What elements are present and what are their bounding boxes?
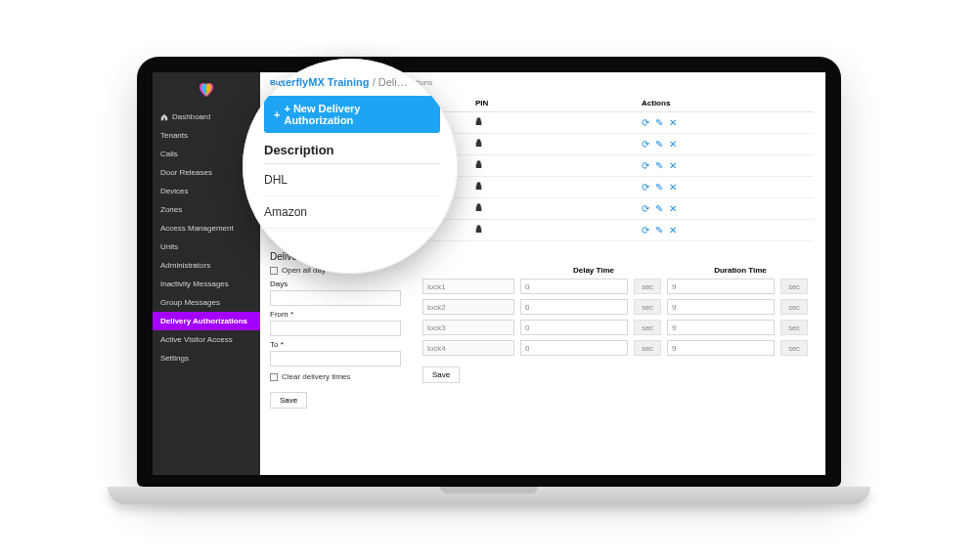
lock-name-cell: lock1	[422, 279, 514, 294]
lock-row: lock2 0 sec 9 sec	[422, 299, 814, 315]
delivery-times-form: Open all day Days From * To * Clear deli…	[270, 266, 401, 409]
sidebar-item-tenants[interactable]: Tenants	[153, 126, 260, 145]
sec-label: sec	[634, 320, 661, 335]
lock-icon	[475, 203, 482, 212]
refresh-icon[interactable]: ⟳	[642, 140, 649, 150]
laptop-base	[108, 487, 870, 504]
delay-input[interactable]: 0	[520, 340, 628, 356]
locks-panel: Delay Time Duration Time lock1 0 sec 9 s…	[422, 266, 814, 409]
sidebar-item-label: Door Releases	[160, 168, 212, 177]
save-locks-button[interactable]: Save	[422, 366, 460, 383]
th-pin: PIN	[475, 99, 642, 108]
refresh-icon[interactable]: ⟳	[642, 204, 649, 214]
refresh-icon[interactable]: ⟳	[642, 226, 649, 236]
delete-icon[interactable]: ✕	[669, 140, 677, 150]
sec-label: sec	[634, 279, 661, 294]
sec-label: sec	[780, 279, 808, 294]
sidebar-item-label: Tenants	[160, 131, 188, 140]
duration-time-header: Duration Time	[667, 266, 814, 275]
clear-delivery-times-checkbox[interactable]	[270, 373, 278, 381]
from-input[interactable]	[270, 321, 401, 336]
lock-icon	[475, 160, 482, 169]
laptop-frame: Dashboard Tenants Calls Door Releases De…	[137, 57, 841, 516]
sidebar-item-label: Zones	[160, 205, 182, 214]
duration-input[interactable]: 9	[667, 299, 775, 315]
to-input[interactable]	[270, 351, 401, 366]
screen-bezel: Dashboard Tenants Calls Door Releases De…	[137, 57, 841, 487]
save-delivery-times-button[interactable]: Save	[270, 392, 307, 409]
sidebar-item-label: Calls	[160, 150, 178, 158]
refresh-icon[interactable]: ⟳	[642, 183, 649, 193]
delete-icon[interactable]: ✕	[669, 183, 677, 193]
days-input[interactable]	[270, 290, 401, 306]
sidebar-item-units[interactable]: Units	[153, 237, 260, 256]
delay-time-header: Delay Time	[520, 266, 667, 275]
sidebar-item-inactivity-messages[interactable]: Inactivity Messages	[153, 275, 260, 293]
sidebar-item-label: Group Messages	[160, 298, 220, 307]
sidebar-item-label: Units	[160, 242, 178, 251]
sidebar-item-settings[interactable]: Settings	[153, 349, 260, 367]
sec-label: sec	[634, 340, 661, 356]
sidebar-item-zones[interactable]: Zones	[153, 200, 260, 219]
trackpad-notch	[440, 487, 538, 494]
edit-icon[interactable]: ✎	[655, 118, 663, 128]
days-label: Days	[270, 280, 401, 288]
edit-icon[interactable]: ✎	[655, 226, 663, 236]
edit-icon[interactable]: ✎	[655, 183, 663, 193]
delete-icon[interactable]: ✕	[669, 161, 677, 171]
logo-icon	[198, 82, 215, 100]
sidebar-item-label: Settings	[160, 354, 189, 363]
sidebar-item-label: Devices	[160, 187, 188, 195]
delay-input[interactable]: 0	[520, 320, 628, 335]
duration-input[interactable]: 9	[667, 279, 775, 294]
refresh-icon[interactable]: ⟳	[642, 161, 649, 171]
lock-icon	[475, 225, 482, 234]
sidebar-item-administrators[interactable]: Administrators	[153, 256, 260, 275]
sidebar-item-dashboard[interactable]: Dashboard	[153, 108, 260, 126]
sec-label: sec	[780, 340, 808, 356]
lock-name-cell: lock3	[422, 320, 514, 335]
sidebar-item-label: Delivery Authorizations	[160, 317, 247, 325]
delay-input[interactable]: 0	[520, 279, 628, 294]
duration-input[interactable]: 9	[667, 340, 775, 356]
sec-label: sec	[634, 299, 661, 315]
delete-icon[interactable]: ✕	[669, 204, 677, 214]
lock-icon	[475, 117, 482, 126]
refresh-icon[interactable]: ⟳	[642, 118, 649, 128]
sidebar-item-label: Active Visitor Access	[160, 335, 233, 344]
clear-delivery-times-label: Clear delivery times	[282, 372, 350, 381]
magnifier-overlay: ButterflyMX Training / Deli… + + New Del…	[243, 59, 458, 274]
sidebar-item-label: Administrators	[160, 261, 210, 270]
magnifier-row: Amazon	[264, 196, 440, 229]
edit-icon[interactable]: ✎	[655, 161, 663, 171]
edit-icon[interactable]: ✎	[655, 204, 663, 214]
sidebar-item-label: Access Management	[160, 224, 234, 233]
lock-name-cell: lock4	[422, 340, 514, 356]
sec-label: sec	[780, 320, 808, 335]
sidebar-item-label: Inactivity Messages	[160, 280, 229, 288]
sidebar-item-active-visitor-access[interactable]: Active Visitor Access	[153, 330, 260, 349]
sidebar: Dashboard Tenants Calls Door Releases De…	[153, 72, 260, 475]
sidebar-item-access-management[interactable]: Access Management	[153, 219, 260, 237]
lock-row: lock1 0 sec 9 sec	[422, 279, 814, 294]
open-all-day-checkbox[interactable]	[270, 267, 278, 275]
delete-icon[interactable]: ✕	[669, 118, 677, 128]
sec-label: sec	[780, 299, 808, 315]
new-delivery-authorization-label: + New Delivery Authorization	[284, 103, 430, 126]
sidebar-item-label: Dashboard	[172, 112, 210, 121]
plus-icon: +	[274, 108, 280, 120]
edit-icon[interactable]: ✎	[655, 140, 663, 150]
delete-icon[interactable]: ✕	[669, 226, 677, 236]
th-actions: Actions	[642, 99, 814, 108]
from-label: From *	[270, 310, 401, 319]
lock-icon	[475, 139, 482, 148]
delay-input[interactable]: 0	[520, 299, 628, 315]
new-delivery-authorization-button[interactable]: + + New Delivery Authorization	[264, 96, 440, 133]
lock-row: lock3 0 sec 9 sec	[422, 320, 814, 335]
sidebar-item-group-messages[interactable]: Group Messages	[153, 293, 260, 312]
duration-input[interactable]: 9	[667, 320, 775, 335]
lock-row: lock4 0 sec 9 sec	[422, 340, 814, 356]
home-icon	[160, 113, 168, 121]
magnifier-row: DHL	[264, 164, 440, 196]
sidebar-item-delivery-authorizations[interactable]: Delivery Authorizations	[153, 312, 260, 330]
